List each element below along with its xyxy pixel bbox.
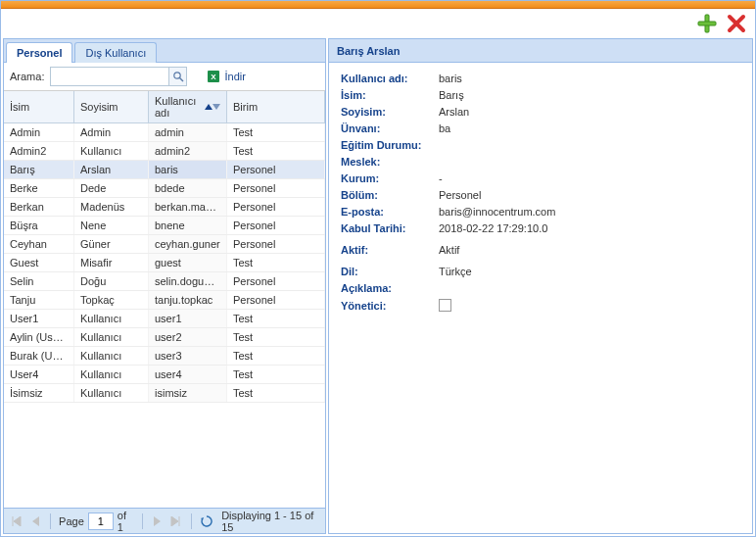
cell-kullanici: selin.dogu@odt…: [149, 272, 227, 290]
tab-personel[interactable]: Personel: [6, 42, 72, 63]
cell-kullanici: bdede: [149, 179, 227, 197]
cell-birim: Test: [227, 123, 325, 141]
pager: Page of 1 Displaying 1 - 15 of 15: [4, 508, 325, 533]
table-row[interactable]: Aylin (User2)Kullanıcıuser2Test: [4, 328, 325, 347]
user-management-window: Personel Dış Kullanıcı Arama: X İndir: [0, 0, 756, 537]
cell-birim: Test: [227, 310, 325, 327]
svg-text:X: X: [212, 73, 217, 81]
lbl-kurum: Kurum:: [341, 172, 439, 184]
cell-isim: Ceyhan: [4, 235, 74, 253]
cell-birim: Test: [227, 384, 325, 402]
detail-body: Kullanıcı adı:baris İsim:Barış Soyisim:A…: [329, 63, 752, 326]
cell-isim: Berkan: [4, 198, 74, 216]
pager-page-label: Page: [59, 515, 84, 527]
cell-isim: İsimsiz: [4, 384, 74, 402]
search-row: Arama: X İndir: [4, 63, 325, 91]
table-row[interactable]: Burak (User3)Kullanıcıuser3Test: [4, 347, 325, 366]
cell-birim: Personel: [227, 179, 325, 197]
cell-isim: Barış: [4, 161, 74, 178]
cell-isim: Selin: [4, 272, 74, 290]
search-label: Arama:: [10, 71, 44, 82]
yonetici-checkbox[interactable]: [439, 299, 451, 312]
table-row[interactable]: AdminAdminadminTest: [4, 123, 325, 142]
cell-birim: Test: [227, 328, 325, 346]
cell-kullanici: guest: [149, 254, 227, 271]
detail-panel: Barış Arslan Kullanıcı adı:baris İsim:Ba…: [328, 38, 753, 534]
table-row[interactable]: GuestMisafirguestTest: [4, 254, 325, 272]
cell-soyisim: Admin: [74, 123, 149, 141]
cell-soyisim: Doğu: [74, 272, 149, 290]
val-dil: Türkçe: [439, 266, 472, 277]
grid-body: AdminAdminadminTestAdmin2Kullanıcıadmin2…: [4, 123, 325, 508]
table-row[interactable]: CeyhanGünerceyhan.gunerPersonel: [4, 235, 325, 254]
cell-isim: Berke: [4, 179, 74, 197]
cell-birim: Test: [227, 142, 325, 160]
excel-icon: X: [207, 70, 220, 83]
download-link[interactable]: X İndir: [207, 70, 245, 83]
col-header-isim[interactable]: İsim: [4, 91, 74, 122]
cell-soyisim: Misafir: [74, 254, 149, 271]
lbl-meslek: Meslek:: [341, 156, 439, 168]
cell-isim: Aylin (User2): [4, 328, 74, 346]
cell-isim: User4: [4, 366, 74, 383]
chevron-down-icon[interactable]: [213, 104, 220, 110]
table-row[interactable]: BerkanMadenüsberkan.madenusPersonel: [4, 198, 325, 217]
window-titlebar: [1, 1, 755, 9]
col-header-birim[interactable]: Birim: [227, 91, 325, 122]
cell-isim: Admin: [4, 123, 74, 141]
cell-soyisim: Nene: [74, 217, 149, 234]
cell-birim: Personel: [227, 161, 325, 178]
top-toolbar: [1, 9, 755, 38]
cell-birim: Test: [227, 254, 325, 271]
pager-page-input[interactable]: [88, 513, 114, 530]
cell-soyisim: Madenüs: [74, 198, 149, 216]
table-row[interactable]: BerkeDedebdedePersonel: [4, 179, 325, 198]
table-row[interactable]: SelinDoğuselin.dogu@odt…Personel: [4, 272, 325, 291]
val-aktif: Aktif: [439, 244, 459, 256]
search-icon[interactable]: [168, 68, 186, 85]
cell-birim: Test: [227, 347, 325, 365]
close-icon[interactable]: [726, 13, 747, 34]
table-row[interactable]: User1Kullanıcıuser1Test: [4, 310, 325, 328]
cell-kullanici: user2: [149, 328, 227, 346]
cell-birim: Personel: [227, 198, 325, 216]
cell-kullanici: admin: [149, 123, 227, 141]
cell-soyisim: Güner: [74, 235, 149, 253]
table-row[interactable]: TanjuTopkaçtanju.topkacPersonel: [4, 291, 325, 310]
lbl-kullanici: Kullanıcı adı:: [341, 73, 439, 84]
tab-dis-kullanici[interactable]: Dış Kullanıcı: [74, 42, 157, 63]
lbl-aciklama: Açıklama:: [341, 282, 439, 294]
cell-soyisim: Dede: [74, 179, 149, 197]
col-header-soyisim[interactable]: Soyisim: [74, 91, 149, 122]
table-row[interactable]: Admin2Kullanıcıadmin2Test: [4, 142, 325, 161]
table-row[interactable]: BarışArslanbarisPersonel: [4, 161, 325, 179]
add-icon[interactable]: [696, 13, 718, 34]
col-header-kullanici[interactable]: Kullanıcı adı: [149, 91, 227, 122]
user-list-panel: Personel Dış Kullanıcı Arama: X İndir: [3, 38, 326, 534]
table-row[interactable]: BüşraNenebnenePersonel: [4, 217, 325, 235]
pager-next-icon[interactable]: [150, 513, 165, 529]
table-row[interactable]: User4Kullanıcıuser4Test: [4, 366, 325, 384]
pager-refresh-icon[interactable]: [200, 513, 214, 529]
lbl-isim: İsim:: [341, 89, 439, 101]
val-kullanici: baris: [439, 73, 462, 84]
pager-first-icon[interactable]: [10, 513, 24, 529]
pager-of-label: of 1: [118, 510, 134, 533]
pager-last-icon[interactable]: [168, 513, 183, 529]
lbl-bolum: Bölüm:: [341, 189, 439, 201]
lbl-soyisim: Soyisim:: [341, 106, 439, 118]
cell-kullanici: berkan.madenus: [149, 198, 227, 216]
pager-prev-icon[interactable]: [28, 513, 43, 529]
cell-soyisim: Arslan: [74, 161, 149, 178]
cell-birim: Test: [227, 366, 325, 383]
cell-isim: Guest: [4, 254, 74, 271]
lbl-unvan: Ünvanı:: [341, 122, 439, 134]
cell-kullanici: user4: [149, 366, 227, 383]
cell-soyisim: Kullanıcı: [74, 347, 149, 365]
search-input[interactable]: [51, 68, 168, 85]
table-row[interactable]: İsimsizKullanıcıisimsizTest: [4, 384, 325, 403]
cell-soyisim: Kullanıcı: [74, 384, 149, 402]
cell-kullanici: user3: [149, 347, 227, 365]
cell-isim: User1: [4, 310, 74, 327]
lbl-yonetici: Yönetici:: [341, 300, 439, 312]
